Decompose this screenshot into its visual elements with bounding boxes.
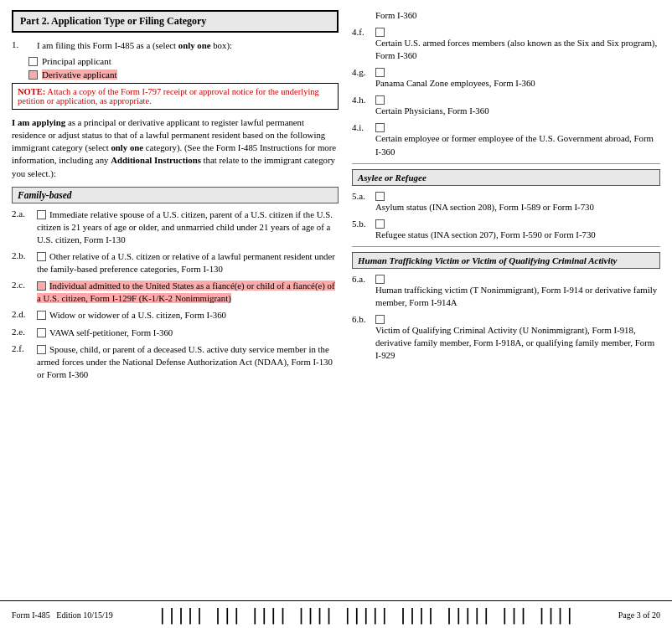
item-2c-text: Individual admitted to the United States…: [37, 281, 335, 303]
footer-form-id: Form I-485 Edition 10/15/19: [12, 610, 113, 620]
item-5a-checkbox[interactable]: [375, 192, 385, 201]
footer-form-label: Form I-485: [12, 610, 50, 620]
right-column: Form I-360 4.f. Certain U.S. armed force…: [352, 10, 660, 595]
item-2f-checkbox[interactable]: [37, 345, 46, 354]
item-2b-checkbox[interactable]: [37, 252, 46, 261]
question-1-row: 1. I am filing this Form I-485 as a (sel…: [12, 39, 339, 52]
footer: Form I-485 Edition 10/15/19 ||||| ||| ||…: [0, 600, 672, 628]
principal-applicant-row[interactable]: Principal applicant: [28, 56, 339, 66]
item-4f-label: 4.f.: [352, 27, 375, 37]
item-2d-checkbox[interactable]: [37, 311, 46, 320]
item-6a-row: 6.a. Human trafficking victim (T Nonimmi…: [352, 274, 660, 309]
item-6a-text: Human trafficking victim (T Nonimmigrant…: [375, 285, 657, 307]
item-5b-row: 5.b. Refugee status (INA section 207), F…: [352, 219, 660, 241]
item-2a-text: Immediate relative spouse of a U.S. citi…: [37, 209, 333, 245]
item-2e-checkbox[interactable]: [37, 328, 46, 337]
q1-text-span: I am filing this Form I-485 as a (select…: [37, 40, 232, 50]
item-4i-label: 4.i.: [352, 122, 375, 132]
item-2a-row: 2.a. Immediate relative spouse of a U.S.…: [12, 208, 339, 246]
item-2a-checkbox[interactable]: [37, 210, 46, 219]
item-2e-text: VAWA self-petitioner, Form I-360: [49, 327, 173, 337]
item-2d-content: Widow or widower of a U.S. citizen, Form…: [37, 309, 339, 322]
item-6b-checkbox[interactable]: [375, 315, 385, 324]
item-2d-row: 2.d. Widow or widower of a U.S. citizen,…: [12, 309, 339, 322]
item-4i-checkbox[interactable]: [375, 123, 385, 132]
item-5b-label: 5.b.: [352, 219, 375, 229]
item-4f-text: Certain U.S. armed forces members (also …: [375, 38, 657, 60]
item-2d-label: 2.d.: [12, 309, 37, 319]
item-6b-row: 6.b. Victim of Qualifying Criminal Activ…: [352, 314, 660, 362]
item-5a-text: Asylum status (INA section 208), Form I-…: [375, 202, 594, 212]
item-2f-label: 2.f.: [12, 343, 37, 353]
item-4i-content: Certain employee or former employee of t…: [375, 122, 660, 157]
item-4h-content: Certain Physicians, Form I-360: [375, 95, 660, 117]
item-5b-text: Refugee status (INA section 207), Form I…: [375, 229, 596, 239]
item-4h-label: 4.h.: [352, 95, 375, 105]
item-2a-content: Immediate relative spouse of a U.S. citi…: [37, 208, 339, 246]
item-6a-checkbox[interactable]: [375, 275, 385, 284]
family-based-section: Family-based 2.a. Immediate relative spo…: [12, 187, 339, 381]
item-2e-row: 2.e. VAWA self-petitioner, Form I-360: [12, 327, 339, 339]
item-4g-content: Panama Canal Zone employees, Form I-360: [375, 67, 660, 90]
item-2c-content: Individual admitted to the United States…: [37, 280, 339, 305]
asylee-header: Asylee or Refugee: [352, 169, 660, 186]
item-2f-row: 2.f. Spouse, child, or parent of a decea…: [12, 343, 339, 381]
barcode: ||||| ||| |||| |||| ||||| |||| ||||| |||…: [158, 605, 574, 625]
item-4g-text: Panama Canal Zone employees, Form I-360: [375, 78, 535, 88]
item-4i-text: Certain employee or former employee of t…: [375, 133, 654, 156]
item-4h-text: Certain Physicians, Form I-360: [375, 106, 489, 116]
item-5a-label: 5.a.: [352, 191, 375, 201]
item-4h-checkbox[interactable]: [375, 95, 385, 105]
item-2c-row: 2.c. Individual admitted to the United S…: [12, 280, 339, 305]
part-header-text: Part 2. Application Type or Filing Categ…: [20, 15, 206, 27]
item-5a-row: 5.a. Asylum status (INA section 208), Fo…: [352, 191, 660, 214]
item-6b-label: 6.b.: [352, 314, 375, 324]
item-2c-label: 2.c.: [12, 280, 37, 290]
item-2b-content: Other relative of a U.S. citizen or rela…: [37, 250, 339, 275]
item-2b-label: 2.b.: [12, 250, 37, 260]
item-4f-content: Certain U.S. armed forces members (also …: [375, 27, 660, 62]
q1-label: 1.: [12, 39, 37, 49]
note-box: NOTE: Attach a copy of the Form I-797 re…: [12, 83, 339, 110]
item-2c-checkbox[interactable]: [37, 281, 46, 291]
top-form-ref: Form I-360: [375, 10, 660, 20]
derivative-checkbox[interactable]: [28, 70, 38, 80]
item-6b-content: Victim of Qualifying Criminal Activity (…: [375, 314, 660, 362]
main-content: Part 2. Application Type or Filing Categ…: [0, 0, 672, 600]
left-column: Part 2. Application Type or Filing Categ…: [12, 10, 339, 595]
principal-checkbox[interactable]: [28, 57, 38, 66]
note-text: Attach a copy of the Form I-797 receipt …: [18, 87, 319, 106]
note-label: NOTE:: [18, 87, 45, 96]
derivative-label: Derivative applicant: [42, 69, 117, 80]
item-6a-content: Human trafficking victim (T Nonimmigrant…: [375, 274, 660, 309]
item-4f-checkbox[interactable]: [375, 28, 385, 37]
item-4g-label: 4.g.: [352, 67, 375, 77]
item-4h-row: 4.h. Certain Physicians, Form I-360: [352, 95, 660, 117]
body-text: I am applying as a principal or derivati…: [12, 116, 339, 180]
item-2b-row: 2.b. Other relative of a U.S. citizen or…: [12, 250, 339, 275]
divider-2: [352, 246, 660, 247]
item-2e-label: 2.e.: [12, 327, 37, 337]
item-6b-text: Victim of Qualifying Criminal Activity (…: [375, 325, 654, 360]
part-header: Part 2. Application Type or Filing Categ…: [12, 10, 339, 33]
footer-page: Page 3 of 20: [618, 610, 660, 620]
item-2b-text: Other relative of a U.S. citizen or rela…: [37, 251, 335, 274]
item-5a-content: Asylum status (INA section 208), Form I-…: [375, 191, 660, 214]
item-2f-text: Spouse, child, or parent of a deceased U…: [37, 344, 333, 379]
item-2e-content: VAWA self-petitioner, Form I-360: [37, 327, 339, 339]
item-4g-checkbox[interactable]: [375, 68, 385, 77]
family-based-header: Family-based: [12, 187, 339, 203]
trafficking-header: Human Trafficking Victim or Victim of Qu…: [352, 252, 660, 269]
item-4f-row: 4.f. Certain U.S. armed forces members (…: [352, 27, 660, 62]
item-6a-label: 6.a.: [352, 274, 375, 284]
item-5b-checkbox[interactable]: [375, 219, 385, 229]
item-2a-label: 2.a.: [12, 208, 37, 219]
item-5b-content: Refugee status (INA section 207), Form I…: [375, 219, 660, 241]
item-4g-row: 4.g. Panama Canal Zone employees, Form I…: [352, 67, 660, 90]
derivative-applicant-row[interactable]: Derivative applicant: [28, 69, 339, 80]
principal-label: Principal applicant: [42, 56, 111, 66]
item-2f-content: Spouse, child, or parent of a deceased U…: [37, 343, 339, 381]
page: Part 2. Application Type or Filing Categ…: [0, 0, 672, 628]
trafficking-header-text: Human Trafficking Victim or Victim of Qu…: [358, 255, 617, 265]
item-4i-row: 4.i. Certain employee or former employee…: [352, 122, 660, 157]
